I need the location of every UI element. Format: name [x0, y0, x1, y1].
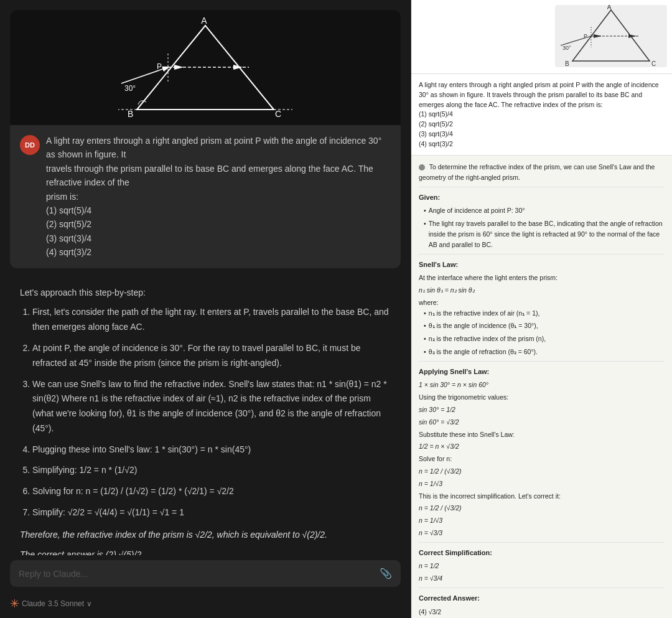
divider-2 [419, 254, 665, 255]
rp-correct-step-3: n = √3/3 [419, 528, 665, 538]
rp-given-bullet-2: The light ray travels parallel to the ba… [424, 218, 665, 250]
svg-text:B: B [565, 60, 569, 67]
ai-asterisk-icon: ✳ [10, 597, 19, 611]
user-avatar: DD [20, 135, 40, 155]
right-panel-header-image: A B C P 30° [411, 0, 672, 74]
rp-given-title: Given: [419, 192, 665, 204]
rp-given-bullet-1: Angle of incidence at point P: 30° [424, 205, 665, 216]
rp-dot: To determine the refractive index of the… [419, 162, 665, 183]
question-option-3: (3) sqrt(3)/4 [46, 233, 91, 243]
question-option-2: (2) sqrt(5)/2 [46, 219, 91, 229]
rp-where: where: [419, 297, 665, 308]
model-selector[interactable]: ✳ Claude 3.5 Sonnet ∨ [0, 592, 411, 618]
answer-step-5: Simplifying: 1/2 = n * (1/√2) [32, 463, 391, 478]
right-panel-solution: To determine the refractive index of the… [411, 156, 672, 618]
question-text-block: DD A light ray enters through a right an… [10, 125, 401, 268]
right-panel-question: A light ray enters through a right angle… [411, 74, 672, 156]
rp-snells-desc: At the interface where the light enters … [419, 273, 665, 283]
svg-text:30°: 30° [562, 45, 571, 51]
attach-button[interactable]: 📎 [380, 568, 392, 579]
question-content: A light ray enters through a right angle… [46, 134, 391, 260]
answer-step-4: Plugging these into Snell's law: 1 * sin… [32, 442, 391, 457]
answer-step-2: At point P, the angle of incidence is 30… [32, 341, 391, 371]
input-placeholder: Reply to Claude... [19, 569, 88, 579]
rp-option-4: (4) sqrt(3)/2 [419, 139, 665, 149]
rp-correct-simp-2: n = √3/4 [419, 573, 665, 584]
rp-solution-intro: To determine the refractive index of the… [419, 163, 655, 181]
rp-option-1: (1) sqrt(5)/4 [419, 110, 665, 119]
rp-question-content: A light ray enters through a right angle… [419, 80, 665, 110]
rp-corrected-answer-title: Corrected Answer: [419, 593, 665, 604]
model-name: Claude [22, 599, 45, 608]
rp-corrected-answer: (4) √3/2 [419, 607, 665, 617]
svg-text:A: A [201, 16, 207, 26]
rp-where-bullet-4: θ₂ is the angle of refraction (θ₂ = 60°)… [424, 347, 665, 357]
question-image: A B C P 30° [10, 10, 401, 125]
rp-trig-title: Using the trigonometric values: [419, 392, 665, 403]
answer-step-6: Solving for n: n = (1/2) / (1/√2) = (1/2… [32, 484, 391, 499]
rp-where-bullet-1: n₁ is the refractive index of air (n₁ = … [424, 308, 665, 319]
rp-correct-simp-title: Correct Simplification: [419, 548, 665, 559]
svg-text:A: A [607, 5, 612, 11]
left-panel: A B C P 30° [0, 0, 411, 618]
answer-block: Let's approach this step-by-step: First,… [10, 276, 401, 555]
rp-trig-sin30: sin 30° = 1/2 [419, 405, 665, 415]
svg-text:C: C [651, 60, 656, 67]
rp-incorrect-note: This is the incorrect simplification. Le… [419, 491, 665, 502]
rp-solve-title: Solve for n: [419, 454, 665, 464]
answer-conclusion-2: The correct answer is (2) √(5)/2. [20, 548, 391, 555]
solution-icon [419, 164, 425, 171]
rp-substitute-formula: 1/2 = n × √3/2 [419, 441, 665, 452]
rp-solve-step1: n = 1/2 / (√3/2) [419, 466, 665, 477]
divider-3 [419, 361, 665, 362]
answer-steps-list: First, let's consider the path of the li… [20, 305, 391, 520]
rp-applying-formula: 1 × sin 30° = n × sin 60° [419, 380, 665, 390]
svg-text:C: C [275, 109, 281, 119]
svg-text:B: B [128, 109, 133, 119]
rp-solve-step2: n = 1/√3 [419, 479, 665, 489]
question-block: A B C P 30° [10, 10, 401, 268]
divider-1 [419, 187, 665, 187]
rp-correct-step-2: n = 1/√3 [419, 515, 665, 526]
divider-4 [419, 542, 665, 543]
right-panel: A B C P 30° A light ray enters through a… [411, 0, 672, 618]
answer-step-7: Simplify: √2/2 = √(4/4) = √(1/1) = √1 = … [32, 505, 391, 520]
question-line-1: A light ray enters through a right angle… [46, 136, 381, 159]
question-line-3: prism is: [46, 192, 78, 202]
prism-diagram-small: A B C P 30° [555, 5, 667, 67]
rp-substitute-title: Substitute these into Snell's Law: [419, 429, 665, 440]
rp-snells-title: Snell's Law: [419, 260, 665, 271]
prism-diagram-large: A B C P 30° [112, 16, 299, 119]
rp-snells-formula: n₁ sin θ₁ = n₂ sin θ₂ [419, 285, 665, 296]
rp-trig-sin60: sin 60° = √3/2 [419, 417, 665, 428]
model-version: 3.5 Sonnet [48, 599, 84, 608]
answer-step-3: We can use Snell's law to find the refra… [32, 377, 391, 436]
rp-where-bullet-2: θ₁ is the angle of incidence (θ₁ = 30°), [424, 321, 665, 331]
svg-text:30°: 30° [124, 84, 136, 93]
answer-step-1: First, let's consider the path of the li… [32, 305, 391, 335]
question-option-4: (4) sqrt(3)/2 [46, 247, 91, 257]
rp-option-2: (2) sqrt(5)/2 [419, 119, 665, 129]
answer-intro: Let's approach this step-by-step: [20, 286, 391, 301]
divider-5 [419, 588, 665, 588]
rp-where-bullet-3: n₂ is the refractive index of the prism … [424, 334, 665, 344]
rp-option-3: (3) sqrt(3)/4 [419, 129, 665, 139]
answer-conclusion-1: Therefore, the refractive index of the p… [20, 528, 391, 543]
rp-correct-simp-1: n = 1/2 [419, 561, 665, 571]
rp-correct-step-1: n = 1/2 / (√3/2) [419, 503, 665, 513]
rp-applying-title: Applying Snell's Law: [419, 367, 665, 378]
chevron-down-icon: ∨ [86, 599, 92, 608]
conversation-area: A B C P 30° [0, 0, 411, 555]
question-option-1: (1) sqrt(5)/4 [46, 205, 91, 215]
question-line-2: travels through the prism parallel to it… [46, 164, 373, 187]
input-area[interactable]: Reply to Claude... 📎 [10, 560, 401, 587]
